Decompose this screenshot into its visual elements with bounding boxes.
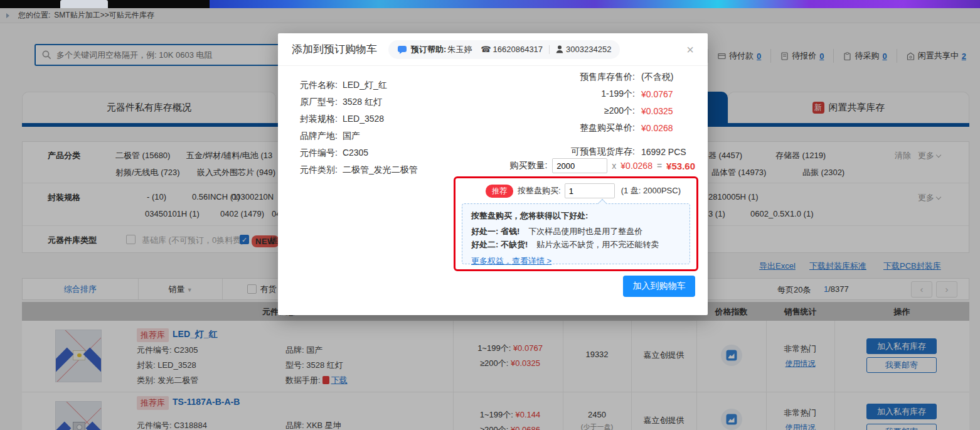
reel-note: (1 盘: 2000PSC) — [621, 185, 681, 196]
reel-unit-price: 整盘购买单价:¥0.0268 — [580, 122, 695, 134]
browser-tab[interactable] — [60, 0, 108, 8]
recommend-badge: 推荐 — [486, 185, 513, 198]
info-category: 元件类别:二极管_发光二极管 — [300, 164, 418, 176]
reel-line: 推荐 按整盘购买: (1 盘: 2000PSC) — [455, 183, 696, 198]
phone-icon: ☎ — [481, 45, 491, 54]
browser-theme-bar — [0, 0, 980, 8]
tooltip-notch — [598, 199, 607, 208]
more-benefits-link[interactable]: 更多权益，查看详情 > — [471, 255, 551, 267]
helper-name: 朱玉婷 — [447, 44, 472, 55]
info-model: 原厂型号:3528 红灯 — [300, 97, 382, 108]
close-icon[interactable]: × — [686, 43, 694, 56]
info-brand: 品牌产地:国产 — [300, 131, 360, 142]
chat-bubble-icon — [397, 45, 407, 54]
benefits-title: 按整盘购买，您将获得以下好处: — [471, 210, 681, 222]
modal-title: 添加到预订购物车 — [292, 42, 377, 56]
helper-qq: 3003234252 — [566, 45, 611, 54]
quantity-input[interactable] — [552, 158, 607, 173]
available-stock: 可预售现货库存:16992 PCS — [571, 146, 695, 158]
price-tier-2: ≥200个:¥0.0325 — [604, 105, 695, 117]
divider — [549, 45, 550, 54]
info-code: 元件编号:C2305 — [300, 148, 368, 159]
add-to-cart-button[interactable]: 加入到购物车 — [623, 276, 695, 297]
booking-helper-pill: 预订帮助: 朱玉婷 ☎ 16620864317 3003234252 — [388, 40, 620, 59]
reel-benefits-box: 按整盘购买，您将获得以下好处: 好处一: 省钱!下次样品使用时也是用了整盘价 好… — [462, 203, 690, 264]
info-package: 封装规格:LED_3528 — [300, 114, 384, 125]
reel-label: 按整盘购买: — [518, 185, 561, 196]
quantity-label: 购买数量: — [509, 160, 547, 171]
helper-phone: 16620864317 — [493, 45, 543, 54]
modal-header: 添加到预订购物车 预订帮助: 朱玉婷 ☎ 16620864317 3003234… — [278, 33, 708, 66]
reel-quantity-input[interactable] — [565, 183, 615, 198]
info-name: 元件名称:LED_灯_红 — [300, 80, 387, 91]
browser-theme-gradient — [210, 0, 980, 8]
person-icon — [556, 45, 563, 53]
total-price: ¥53.60 — [666, 161, 695, 171]
helper-label: 预订帮助: — [411, 44, 446, 55]
presale-price-header: 预售库存售价:(不含税) — [580, 71, 695, 83]
price-tier-1: 1-199个:¥0.0767 — [601, 88, 695, 100]
benefit-1: 好处一: 省钱!下次样品使用时也是用了整盘价 — [471, 226, 681, 237]
buy-by-reel-box: 推荐 按整盘购买: (1 盘: 2000PSC) 按整盘购买，您将获得以下好处:… — [454, 176, 698, 271]
quantity-line: 购买数量: x ¥0.0268 = ¥53.60 — [509, 158, 695, 174]
benefit-2: 好处二: 不缺货!贴片永远不缺货，用不完还能转卖 — [471, 239, 681, 250]
screen: 您的位置: SMT贴片加工>>可贴元件库存 待付款 0 待报价 0 — [0, 0, 980, 430]
add-to-cart-modal: 添加到预订购物车 预订帮助: 朱玉婷 ☎ 16620864317 3003234… — [278, 33, 708, 315]
